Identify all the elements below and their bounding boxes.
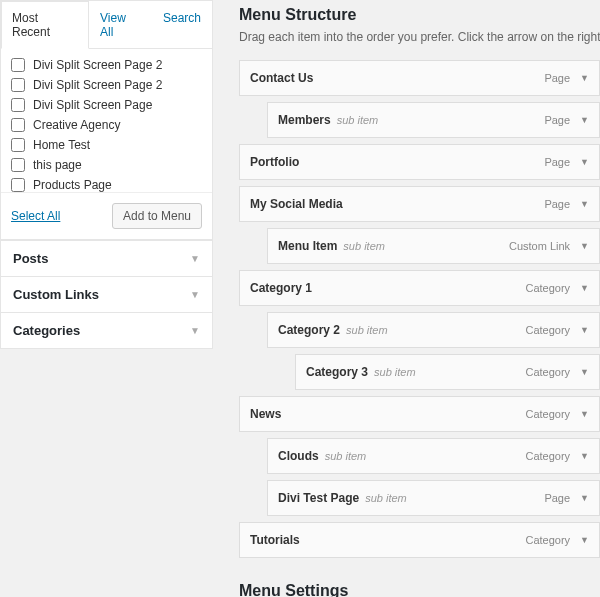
menu-item[interactable]: Category 2sub itemCategory▼ [267, 312, 600, 348]
sub-item-indicator: sub item [325, 450, 367, 462]
menu-item-label: Portfolio [250, 155, 299, 169]
sidebar: Most Recent View All Search Divi Split S… [0, 0, 213, 597]
page-checkbox-item[interactable]: Divi Split Screen Page 2 [11, 55, 206, 75]
menu-item[interactable]: Memberssub itemPage▼ [267, 102, 600, 138]
categories-metabox[interactable]: Categories ▼ [0, 312, 213, 349]
chevron-down-icon[interactable]: ▼ [580, 199, 589, 209]
menu-item-type: Category [525, 366, 570, 378]
menu-item[interactable]: TutorialsCategory▼ [239, 522, 600, 558]
menu-item-type: Category [525, 324, 570, 336]
menu-item[interactable]: NewsCategory▼ [239, 396, 600, 432]
menu-item-type: Category [525, 282, 570, 294]
page-checkbox-item[interactable]: Divi Split Screen Page [11, 95, 206, 115]
instructions-text: Drag each item into the order you prefer… [239, 30, 600, 44]
page-item-label: Divi Split Screen Page 2 [33, 78, 162, 92]
sub-item-indicator: sub item [337, 114, 379, 126]
page-item-label: this page [33, 158, 82, 172]
page-checkbox-item[interactable]: Products Page [11, 175, 206, 193]
page-item-label: Home Test [33, 138, 90, 152]
menu-items-list: Contact UsPage▼Memberssub itemPage▼Portf… [239, 60, 600, 558]
posts-metabox[interactable]: Posts ▼ [0, 240, 213, 277]
pages-tabs: Most Recent View All Search [1, 1, 212, 49]
menu-item[interactable]: Category 1Category▼ [239, 270, 600, 306]
menu-item-type: Page [544, 114, 570, 126]
sub-item-indicator: sub item [343, 240, 385, 252]
tab-view-all[interactable]: View All [89, 1, 152, 49]
menu-item-type: Page [544, 198, 570, 210]
menu-item-type: Page [544, 492, 570, 504]
add-to-menu-button[interactable]: Add to Menu [112, 203, 202, 229]
page-checkbox[interactable] [11, 98, 25, 112]
menu-item-type: Page [544, 72, 570, 84]
chevron-down-icon: ▼ [190, 253, 200, 264]
page-item-label: Divi Split Screen Page 2 [33, 58, 162, 72]
menu-item[interactable]: Cloudssub itemCategory▼ [267, 438, 600, 474]
pages-list[interactable]: Divi Split Screen Page 2Divi Split Scree… [1, 49, 212, 193]
menu-item-label: Menu Item [278, 239, 337, 253]
page-checkbox-item[interactable]: Creative Agency [11, 115, 206, 135]
main-content: Menu Structure Drag each item into the o… [213, 0, 600, 597]
page-item-label: Divi Split Screen Page [33, 98, 152, 112]
chevron-down-icon[interactable]: ▼ [580, 115, 589, 125]
chevron-down-icon[interactable]: ▼ [580, 73, 589, 83]
categories-title: Categories [13, 323, 80, 338]
page-checkbox-item[interactable]: Home Test [11, 135, 206, 155]
pages-controls: Select All Add to Menu [1, 193, 212, 239]
chevron-down-icon[interactable]: ▼ [580, 283, 589, 293]
tab-search[interactable]: Search [152, 1, 212, 49]
menu-item-label: Members [278, 113, 331, 127]
custom-links-metabox[interactable]: Custom Links ▼ [0, 276, 213, 313]
menu-item-type: Custom Link [509, 240, 570, 252]
sub-item-indicator: sub item [374, 366, 416, 378]
menu-item-type: Category [525, 450, 570, 462]
chevron-down-icon[interactable]: ▼ [580, 535, 589, 545]
page-item-label: Creative Agency [33, 118, 120, 132]
page-checkbox-item[interactable]: Divi Split Screen Page 2 [11, 75, 206, 95]
chevron-down-icon[interactable]: ▼ [580, 493, 589, 503]
menu-item-label: Category 2 [278, 323, 340, 337]
menu-item-type: Category [525, 408, 570, 420]
menu-item-label: Clouds [278, 449, 319, 463]
menu-item-label: Contact Us [250, 71, 313, 85]
page-checkbox[interactable] [11, 58, 25, 72]
sub-item-indicator: sub item [346, 324, 388, 336]
chevron-down-icon: ▼ [190, 325, 200, 336]
chevron-down-icon[interactable]: ▼ [580, 241, 589, 251]
menu-item[interactable]: Divi Test Pagesub itemPage▼ [267, 480, 600, 516]
chevron-down-icon[interactable]: ▼ [580, 157, 589, 167]
menu-item-label: Category 1 [250, 281, 312, 295]
menu-item-label: Divi Test Page [278, 491, 359, 505]
page-checkbox[interactable] [11, 158, 25, 172]
page-checkbox[interactable] [11, 138, 25, 152]
select-all-link[interactable]: Select All [11, 209, 60, 223]
menu-item[interactable]: Contact UsPage▼ [239, 60, 600, 96]
custom-links-title: Custom Links [13, 287, 99, 302]
menu-item-type: Category [525, 534, 570, 546]
chevron-down-icon: ▼ [190, 289, 200, 300]
chevron-down-icon[interactable]: ▼ [580, 367, 589, 377]
menu-item[interactable]: Category 3sub itemCategory▼ [295, 354, 600, 390]
page-checkbox[interactable] [11, 78, 25, 92]
menu-item-label: Tutorials [250, 533, 300, 547]
menu-structure-heading: Menu Structure [239, 6, 600, 24]
page-checkbox[interactable] [11, 118, 25, 132]
chevron-down-icon[interactable]: ▼ [580, 325, 589, 335]
menu-settings-heading: Menu Settings [239, 582, 600, 597]
menu-item-label: My Social Media [250, 197, 343, 211]
page-checkbox-item[interactable]: this page [11, 155, 206, 175]
chevron-down-icon[interactable]: ▼ [580, 451, 589, 461]
chevron-down-icon[interactable]: ▼ [580, 409, 589, 419]
sub-item-indicator: sub item [365, 492, 407, 504]
menu-item-label: News [250, 407, 281, 421]
page-checkbox[interactable] [11, 178, 25, 192]
menu-item-label: Category 3 [306, 365, 368, 379]
menu-item[interactable]: My Social MediaPage▼ [239, 186, 600, 222]
menu-item[interactable]: PortfolioPage▼ [239, 144, 600, 180]
page-item-label: Products Page [33, 178, 112, 192]
menu-item[interactable]: Menu Itemsub itemCustom Link▼ [267, 228, 600, 264]
pages-metabox: Most Recent View All Search Divi Split S… [0, 0, 213, 240]
posts-title: Posts [13, 251, 48, 266]
menu-item-type: Page [544, 156, 570, 168]
tab-most-recent[interactable]: Most Recent [1, 1, 89, 49]
